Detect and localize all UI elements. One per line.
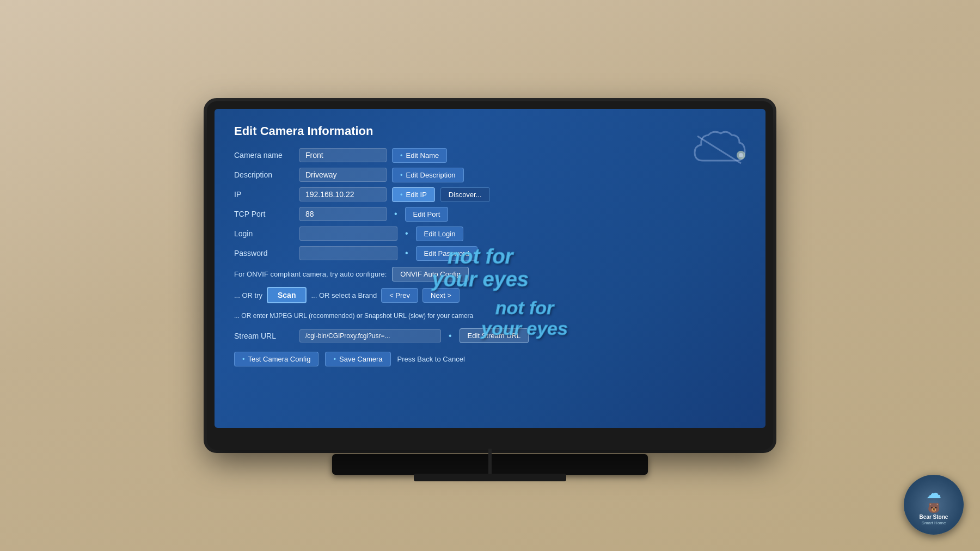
tv-frame: Edit Camera Information Camera name Fron… [207,101,773,450]
next-button[interactable]: Next > [422,288,460,303]
description-label: Description [234,170,294,179]
bearstone-cloud-icon: ☁ [926,484,941,502]
edit-stream-url-button[interactable]: Edit Stream URL [460,328,529,343]
bearstone-name: Bear Stone [920,514,948,521]
edit-description-button[interactable]: Edit Description [392,168,464,182]
press-back-label: Press Back to Cancel [397,355,465,363]
discover-button[interactable]: Discover... [440,187,490,202]
description-value: Driveway [299,168,387,182]
edit-name-button[interactable]: Edit Name [392,148,447,163]
ip-label: IP [234,190,294,199]
stream-url-label: Stream URL [234,332,294,340]
cloud-decoration [689,125,749,171]
form-container: Camera name Front Edit Name Description … [234,147,746,366]
edit-login-button[interactable]: Edit Login [416,226,464,241]
ip-value: 192.168.10.22 [299,187,387,201]
description-row: Description Driveway Edit Description [234,167,746,183]
save-camera-button[interactable]: Save Camera [325,352,390,366]
tcp-port-label: TCP Port [234,210,294,218]
tv-screen: Edit Camera Information Camera name Fron… [215,109,765,428]
onvif-label: For ONVIF compliant camera, try auto con… [234,270,387,278]
onvif-auto-config-button[interactable]: ONVIF Auto Config [392,267,469,281]
page-title: Edit Camera Information [234,124,746,138]
bearstone-subtitle: Smart Home [922,521,946,525]
or-select-brand-label: ... OR select a Brand [311,291,377,299]
camera-name-value: Front [299,148,387,162]
scan-button[interactable]: Scan [267,287,307,303]
svg-line-0 [697,136,741,163]
bearstone-logo: ☁ 🐻 Bear Stone Smart Home [904,475,964,535]
or-try-label: ... OR try [234,291,262,299]
login-label: Login [234,229,294,238]
login-value [299,226,397,241]
ip-row: IP 192.168.10.22 Edit IP Discover... [234,186,746,203]
mjpeg-note-row: ... OR enter MJPEG URL (recommended) or … [234,307,746,323]
scan-row: ... OR try Scan ... OR select a Brand < … [234,287,746,303]
stream-url-row: Stream URL /cgi-bin/CGIProxy.fcgi?usr=..… [234,328,746,343]
test-camera-config-button[interactable]: Test Camera Config [234,352,318,366]
mjpeg-note: ... OR enter MJPEG URL (recommended) or … [234,312,473,320]
svg-point-2 [739,153,743,157]
password-label: Password [234,249,294,258]
password-row: Password • Edit Password [234,245,746,261]
camera-name-row: Camera name Front Edit Name [234,147,746,163]
tv-stand [488,449,492,476]
tv-base [414,474,566,481]
edit-password-button[interactable]: Edit Password [416,246,477,261]
tcp-port-value: 88 [299,207,387,221]
prev-button[interactable]: < Prev [381,288,418,303]
stream-url-value: /cgi-bin/CGIProxy.fcgi?usr=... [299,329,441,342]
action-row: Test Camera Config Save Camera Press Bac… [234,352,746,366]
bearstone-bear-icon: 🐻 [928,502,940,514]
tcp-port-row: TCP Port 88 • Edit Port [234,206,746,222]
onvif-row: For ONVIF compliant camera, try auto con… [234,267,746,281]
edit-ip-button[interactable]: Edit IP [392,187,435,202]
camera-name-label: Camera name [234,151,294,160]
password-value [299,246,397,260]
edit-port-button[interactable]: Edit Port [405,207,449,222]
login-row: Login • Edit Login [234,225,746,242]
